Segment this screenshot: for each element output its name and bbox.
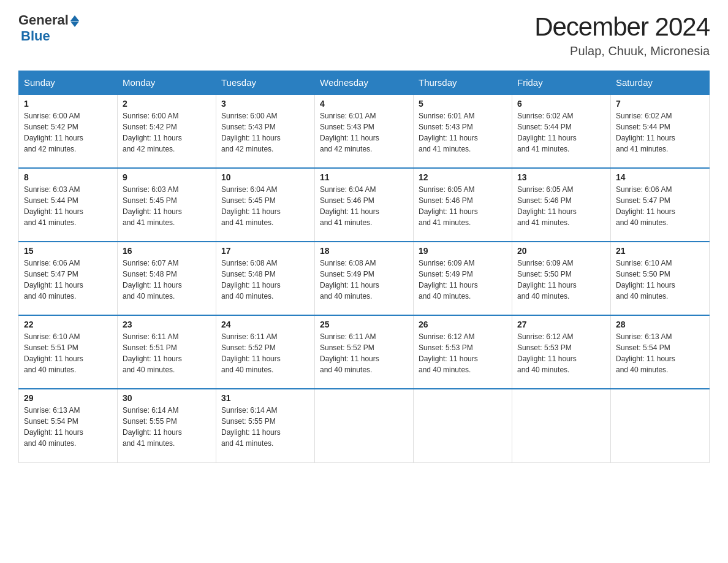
day-number: 31 [221,393,309,403]
week-row-2: 8Sunrise: 6:03 AMSunset: 5:44 PMDaylight… [19,168,710,242]
calendar-cell: 25Sunrise: 6:11 AMSunset: 5:52 PMDayligh… [315,315,414,389]
calendar-cell: 31Sunrise: 6:14 AMSunset: 5:55 PMDayligh… [216,389,315,462]
calendar-cell: 8Sunrise: 6:03 AMSunset: 5:44 PMDaylight… [19,168,118,242]
day-info: Sunrise: 6:01 AMSunset: 5:43 PMDaylight:… [419,110,507,155]
title-section: December 2024 Pulap, Chuuk, Micronesia [534,12,710,58]
day-number: 14 [616,172,704,182]
calendar-cell: 15Sunrise: 6:06 AMSunset: 5:47 PMDayligh… [19,242,118,315]
day-number: 18 [320,246,408,256]
week-row-5: 29Sunrise: 6:13 AMSunset: 5:54 PMDayligh… [19,389,710,462]
day-info: Sunrise: 6:03 AMSunset: 5:44 PMDaylight:… [24,184,112,228]
calendar-cell: 10Sunrise: 6:04 AMSunset: 5:45 PMDayligh… [216,168,315,242]
calendar-cell: 27Sunrise: 6:12 AMSunset: 5:53 PMDayligh… [512,315,611,389]
day-number: 27 [517,320,605,329]
calendar-cell: 5Sunrise: 6:01 AMSunset: 5:43 PMDaylight… [414,94,512,168]
location-title: Pulap, Chuuk, Micronesia [534,44,710,58]
page-header: General Blue December 2024 Pulap, Chuuk,… [18,12,710,58]
calendar-cell: 17Sunrise: 6:08 AMSunset: 5:48 PMDayligh… [216,242,315,315]
calendar-cell: 4Sunrise: 6:01 AMSunset: 5:43 PMDaylight… [315,94,414,168]
calendar-cell: 26Sunrise: 6:12 AMSunset: 5:53 PMDayligh… [414,315,512,389]
day-info: Sunrise: 6:12 AMSunset: 5:53 PMDaylight:… [517,331,605,375]
day-number: 12 [419,172,507,182]
day-info: Sunrise: 6:06 AMSunset: 5:47 PMDaylight:… [24,258,112,302]
day-number: 13 [517,172,605,182]
calendar-cell: 6Sunrise: 6:02 AMSunset: 5:44 PMDaylight… [512,94,611,168]
calendar-cell: 2Sunrise: 6:00 AMSunset: 5:42 PMDaylight… [118,94,216,168]
calendar-cell [512,389,611,462]
day-number: 7 [616,99,704,109]
day-info: Sunrise: 6:13 AMSunset: 5:54 PMDaylight:… [616,331,704,375]
day-number: 17 [221,246,309,256]
day-number: 28 [616,320,704,329]
day-number: 10 [221,172,309,182]
calendar-cell: 18Sunrise: 6:08 AMSunset: 5:49 PMDayligh… [315,242,414,315]
calendar-cell: 29Sunrise: 6:13 AMSunset: 5:54 PMDayligh… [19,389,118,462]
day-number: 20 [517,246,605,256]
day-info: Sunrise: 6:06 AMSunset: 5:47 PMDaylight:… [616,184,704,228]
header-friday: Friday [512,71,611,95]
day-info: Sunrise: 6:08 AMSunset: 5:48 PMDaylight:… [221,258,309,302]
day-number: 26 [419,320,507,329]
day-info: Sunrise: 6:05 AMSunset: 5:46 PMDaylight:… [419,184,507,228]
logo-blue-text: Blue [21,28,50,44]
day-number: 25 [320,320,408,329]
day-number: 8 [24,172,112,182]
day-info: Sunrise: 6:13 AMSunset: 5:54 PMDaylight:… [24,405,112,449]
calendar-cell: 14Sunrise: 6:06 AMSunset: 5:47 PMDayligh… [611,168,710,242]
calendar-cell: 1Sunrise: 6:00 AMSunset: 5:42 PMDaylight… [19,94,118,168]
header-wednesday: Wednesday [315,71,414,95]
day-info: Sunrise: 6:04 AMSunset: 5:46 PMDaylight:… [320,184,408,228]
day-number: 22 [24,320,112,329]
week-row-3: 15Sunrise: 6:06 AMSunset: 5:47 PMDayligh… [19,242,710,315]
calendar-cell [611,389,710,462]
day-number: 21 [616,246,704,256]
calendar-cell: 7Sunrise: 6:02 AMSunset: 5:44 PMDaylight… [611,94,710,168]
day-info: Sunrise: 6:00 AMSunset: 5:43 PMDaylight:… [221,110,309,155]
day-number: 19 [419,246,507,256]
day-number: 3 [221,99,309,109]
day-number: 30 [123,393,211,403]
day-info: Sunrise: 6:14 AMSunset: 5:55 PMDaylight:… [221,405,309,449]
header-monday: Monday [118,71,216,95]
day-info: Sunrise: 6:10 AMSunset: 5:50 PMDaylight:… [616,258,704,302]
day-number: 9 [123,172,211,182]
day-number: 15 [24,246,112,256]
month-title: December 2024 [534,12,710,42]
calendar-cell: 22Sunrise: 6:10 AMSunset: 5:51 PMDayligh… [19,315,118,389]
day-info: Sunrise: 6:11 AMSunset: 5:52 PMDaylight:… [221,331,309,375]
logo-triangle-bottom [70,21,79,27]
day-number: 11 [320,172,408,182]
day-info: Sunrise: 6:00 AMSunset: 5:42 PMDaylight:… [24,110,112,155]
day-info: Sunrise: 6:08 AMSunset: 5:49 PMDaylight:… [320,258,408,302]
day-info: Sunrise: 6:10 AMSunset: 5:51 PMDaylight:… [24,331,112,375]
header-tuesday: Tuesday [216,71,315,95]
logo: General Blue [18,12,79,44]
calendar-cell: 19Sunrise: 6:09 AMSunset: 5:49 PMDayligh… [414,242,512,315]
day-info: Sunrise: 6:09 AMSunset: 5:49 PMDaylight:… [419,258,507,302]
logo-general-text: General [18,12,69,28]
day-info: Sunrise: 6:02 AMSunset: 5:44 PMDaylight:… [517,110,605,155]
calendar-cell: 21Sunrise: 6:10 AMSunset: 5:50 PMDayligh… [611,242,710,315]
week-row-1: 1Sunrise: 6:00 AMSunset: 5:42 PMDaylight… [19,94,710,168]
day-info: Sunrise: 6:14 AMSunset: 5:55 PMDaylight:… [123,405,211,449]
day-info: Sunrise: 6:04 AMSunset: 5:45 PMDaylight:… [221,184,309,228]
calendar-cell: 13Sunrise: 6:05 AMSunset: 5:46 PMDayligh… [512,168,611,242]
header-sunday: Sunday [19,71,118,95]
calendar-cell: 9Sunrise: 6:03 AMSunset: 5:45 PMDaylight… [118,168,216,242]
day-info: Sunrise: 6:12 AMSunset: 5:53 PMDaylight:… [419,331,507,375]
calendar-cell [315,389,414,462]
day-info: Sunrise: 6:03 AMSunset: 5:45 PMDaylight:… [123,184,211,228]
calendar-cell: 20Sunrise: 6:09 AMSunset: 5:50 PMDayligh… [512,242,611,315]
day-number: 24 [221,320,309,329]
calendar-cell: 16Sunrise: 6:07 AMSunset: 5:48 PMDayligh… [118,242,216,315]
day-number: 5 [419,99,507,109]
calendar-cell: 24Sunrise: 6:11 AMSunset: 5:52 PMDayligh… [216,315,315,389]
day-info: Sunrise: 6:07 AMSunset: 5:48 PMDaylight:… [123,258,211,302]
day-number: 23 [123,320,211,329]
calendar-table: Sunday Monday Tuesday Wednesday Thursday… [18,71,710,463]
weekday-header-row: Sunday Monday Tuesday Wednesday Thursday… [19,71,710,95]
day-number: 6 [517,99,605,109]
calendar-cell: 12Sunrise: 6:05 AMSunset: 5:46 PMDayligh… [414,168,512,242]
day-number: 2 [123,99,211,109]
week-row-4: 22Sunrise: 6:10 AMSunset: 5:51 PMDayligh… [19,315,710,389]
